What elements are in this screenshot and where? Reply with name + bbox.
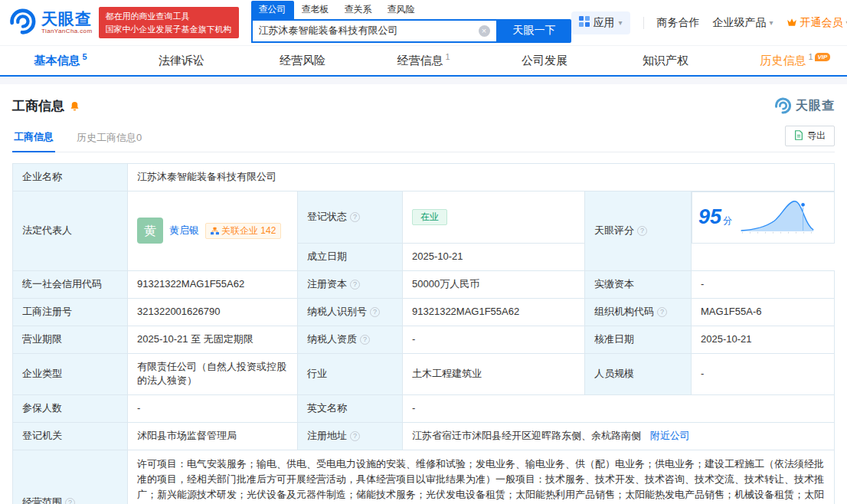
section-title: 工商信息: [12, 97, 64, 115]
field-label: 组织机构代码?: [585, 298, 692, 326]
reg-authority-value: 沭阳县市场监督管理局: [128, 423, 298, 450]
help-icon[interactable]: ?: [370, 307, 380, 317]
field-label: 行业: [298, 353, 403, 395]
field-label: 英文名称: [298, 395, 403, 423]
search-input-box: ×: [251, 19, 498, 43]
table-row: 企业名称 江苏沐泰智能装备科技有限公司: [13, 164, 835, 191]
tab-count: 1: [808, 52, 813, 61]
establish-date-value: 2025-10-21: [403, 244, 585, 271]
search-tab-company[interactable]: 查公司: [251, 1, 294, 19]
tab-count: 1: [445, 52, 450, 61]
subtab-business-info[interactable]: 工商信息: [12, 130, 55, 152]
table-row: 参保人数 - 英文名称 -: [13, 395, 835, 423]
help-icon[interactable]: ?: [350, 280, 360, 290]
page-content: 工商信息 天眼查 工商信息 历史工商信息0: [0, 77, 847, 504]
field-label: 工商注册号: [13, 298, 128, 326]
tab-operation-info[interactable]: 经营信息 1: [363, 46, 484, 75]
search-input[interactable]: [259, 25, 479, 37]
field-label: 天眼评分?: [585, 191, 692, 270]
legal-rep-cell: 黄 黄启银 关联企业 142: [128, 191, 298, 270]
caret-down-icon: ▾: [619, 18, 623, 27]
field-label: 纳税人识别号?: [298, 298, 403, 326]
tab-legal-proceedings[interactable]: 法律诉讼: [121, 46, 242, 75]
tab-label: 公司发展: [522, 54, 567, 68]
field-label: 法定代表人: [13, 191, 128, 270]
nearby-companies-link[interactable]: 附近公司: [650, 430, 690, 441]
field-label: 经营范围?: [13, 450, 128, 504]
field-label: 实缴资本: [585, 271, 692, 299]
subtab-history-business-info[interactable]: 历史工商信息0: [75, 131, 143, 152]
search-tabs: 查公司 查老板 查关系 查风险: [251, 3, 571, 19]
vip-badge: VIP: [815, 53, 831, 61]
clear-icon[interactable]: ×: [479, 25, 490, 37]
search-button[interactable]: 天眼一下: [498, 19, 571, 43]
tab-intellectual-property[interactable]: 知识产权: [605, 46, 726, 75]
watermark-text: 天眼查: [796, 98, 835, 114]
help-icon[interactable]: ?: [637, 226, 647, 236]
tab-label: 经营信息: [397, 54, 443, 68]
tab-label: 历史信息: [760, 54, 806, 68]
related-companies-chip[interactable]: 关联企业 142: [205, 223, 281, 239]
legal-rep-avatar[interactable]: 黄: [137, 218, 163, 244]
table-row: 法定代表人 黄 黄启银: [13, 191, 835, 243]
taxpayer-id-value: 91321322MAG1F55A62: [403, 298, 585, 326]
tab-basic-info[interactable]: 基本信息 5: [0, 46, 121, 75]
field-label: 参保人数: [13, 395, 128, 423]
org-chart-icon: [211, 227, 219, 235]
help-icon[interactable]: ?: [350, 431, 360, 441]
reg-address-cell: 江苏省宿迁市沭阳县经开区迎晖路东侧、余杭路南侧 附近公司: [403, 423, 835, 450]
subscribe-bell-icon[interactable]: [69, 100, 80, 112]
field-label: 核准日期: [585, 326, 692, 353]
export-button[interactable]: 导出: [785, 126, 835, 146]
paid-capital-value: -: [692, 271, 835, 299]
export-doc-icon: [794, 130, 803, 142]
menu-divider: [643, 17, 644, 29]
help-icon[interactable]: ?: [360, 335, 370, 345]
help-icon[interactable]: ?: [350, 212, 360, 222]
business-info-card: 工商信息 天眼查 工商信息 历史工商信息0: [0, 84, 847, 504]
apps-menu[interactable]: 应用 ▾: [571, 11, 630, 34]
business-cooperation-link[interactable]: 商务合作: [657, 16, 700, 30]
field-label: 登记状态?: [298, 191, 403, 243]
search-tab-risk[interactable]: 查风险: [380, 1, 423, 19]
tianyancha-logo[interactable]: 天眼查 TianYanCha.com: [8, 7, 93, 38]
staff-size-value: -: [692, 353, 835, 395]
slogan-line-1: 都在用的商业查询工具: [106, 10, 232, 23]
field-label: 注册资本?: [298, 271, 403, 299]
field-label: 人员规模: [585, 353, 692, 395]
legal-rep-name-link[interactable]: 黄启银: [169, 224, 199, 238]
field-label: 企业类型: [13, 353, 128, 395]
watermark-logo: 天眼查: [773, 97, 835, 115]
table-row: 登记机关 沭阳县市场监督管理局 注册地址? 江苏省宿迁市沭阳县经开区迎晖路东侧、…: [13, 423, 835, 450]
slogan-badge: 都在用的商业查询工具 国家中小企业发展子基金旗下机构: [99, 7, 239, 38]
insured-num-value: -: [128, 395, 298, 423]
search-tab-boss[interactable]: 查老板: [294, 1, 337, 19]
business-info-table: 企业名称 江苏沐泰智能装备科技有限公司 法定代表人 黄 黄启银: [12, 163, 835, 504]
tab-history-info[interactable]: 历史信息 VIP 1: [726, 46, 847, 75]
field-label: 注册地址?: [298, 423, 403, 450]
logo-title: 天眼查: [41, 11, 93, 28]
reg-no-value: 321322001626790: [128, 298, 298, 326]
table-row: 营业期限 2025-10-21 至 无固定期限 纳税人资质? - 核准日期 20…: [13, 326, 835, 353]
help-icon[interactable]: ?: [65, 498, 75, 504]
search-tab-relation[interactable]: 查关系: [337, 1, 380, 19]
enterprise-products-menu[interactable]: 企业级产品 ▾: [713, 16, 773, 30]
tianyancha-logo-icon: [8, 7, 37, 38]
tab-company-development[interactable]: 公司发展: [484, 46, 605, 75]
field-label: 营业期限: [13, 326, 128, 353]
slogan-line-2: 国家中小企业发展子基金旗下机构: [106, 23, 232, 36]
approval-date-value: 2025-10-21: [692, 326, 835, 353]
open-vip-menu[interactable]: 开通会员 ▾: [786, 16, 847, 30]
tab-operation-risk[interactable]: 经营风险: [242, 46, 363, 75]
company-name-value: 江苏沐泰智能装备科技有限公司: [128, 164, 835, 191]
search-area: 查公司 查老板 查关系 查风险 × 天眼一下: [251, 3, 571, 43]
company-nav: 基本信息 5 法律诉讼 经营风险 经营信息 1 公司发展 知识产权 历史信息 V…: [0, 46, 847, 77]
english-name-value: -: [403, 395, 835, 423]
tab-label: 经营风险: [280, 54, 325, 68]
reg-capital-value: 50000万人民币: [403, 271, 585, 299]
help-icon[interactable]: ?: [657, 307, 667, 317]
field-label: 统一社会信用代码: [13, 271, 128, 299]
reg-address-value: 江苏省宿迁市沭阳县经开区迎晖路东侧、余杭路南侧: [412, 430, 641, 441]
score-distribution-chart: [738, 195, 815, 240]
logo-subtitle: TianYanCha.com: [41, 28, 93, 34]
